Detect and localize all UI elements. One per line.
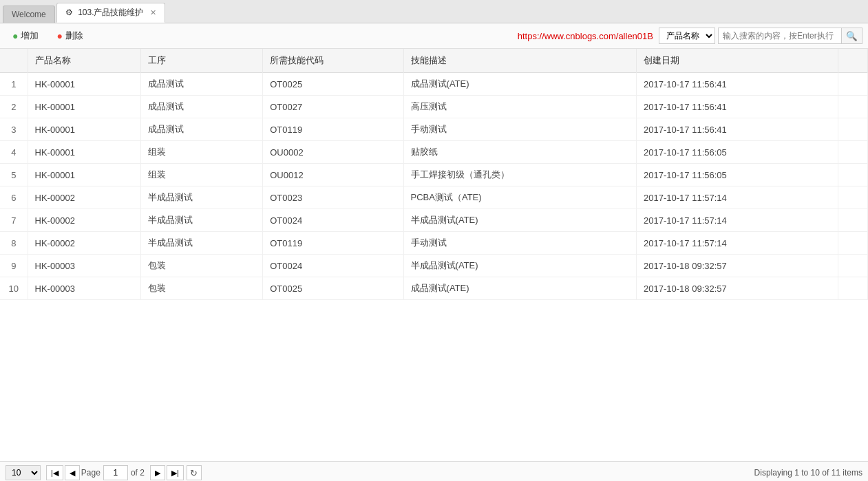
data-table: 产品名称 工序 所需技能代码 技能描述 创建日期 1 HK-00001 成品测试… <box>0 49 868 300</box>
cell-create-date: 2017-10-17 11:56:05 <box>637 164 838 186</box>
cell-num: 9 <box>0 255 28 277</box>
cell-skill-desc: 贴胶纸 <box>403 141 637 164</box>
cell-num: 2 <box>0 96 28 118</box>
search-icon: 🔍 <box>846 31 858 41</box>
cell-num: 6 <box>0 186 28 209</box>
cell-extra <box>838 255 867 277</box>
cell-process: 包装 <box>140 255 263 277</box>
cell-extra <box>838 209 867 232</box>
cell-extra <box>838 186 867 209</box>
table-row[interactable]: 2 HK-00001 成品测试 OT0027 高压测试 2017-10-17 1… <box>0 96 868 118</box>
of-total-label: of 2 <box>131 468 145 478</box>
cell-product: HK-00003 <box>28 277 140 300</box>
cell-create-date: 2017-10-18 09:32:57 <box>637 277 838 300</box>
cell-create-date: 2017-10-17 11:57:14 <box>637 209 838 232</box>
table-row[interactable]: 9 HK-00003 包装 OT0024 半成品测试(ATE) 2017-10-… <box>0 255 868 277</box>
cell-skill-code: OT0119 <box>263 232 403 255</box>
search-input[interactable] <box>718 28 842 44</box>
add-icon: ● <box>12 30 18 41</box>
tab-product-skill[interactable]: ⚙ 103.产品技能维护 ✕ <box>56 3 165 23</box>
refresh-icon: ↻ <box>190 468 198 478</box>
page-size-select[interactable]: 10 20 50 100 <box>6 465 41 480</box>
delete-button[interactable]: ● 删除 <box>50 28 89 44</box>
cell-create-date: 2017-10-17 11:56:41 <box>637 118 838 141</box>
tab-product-skill-icon: ⚙ <box>65 8 73 17</box>
cell-process: 组装 <box>140 141 263 164</box>
cell-product: HK-00001 <box>28 73 140 96</box>
search-area: 产品名称 🔍 <box>659 28 862 44</box>
url-text: https://www.cnblogs.com/allen01B <box>518 31 653 41</box>
col-num <box>0 49 28 73</box>
cell-process: 成品测试 <box>140 73 263 96</box>
data-table-container: 产品名称 工序 所需技能代码 技能描述 创建日期 1 HK-00001 成品测试… <box>0 49 868 461</box>
cell-product: HK-00001 <box>28 118 140 141</box>
cell-extra <box>838 73 867 96</box>
table-row[interactable]: 10 HK-00003 包装 OT0025 成品测试(ATE) 2017-10-… <box>0 277 868 300</box>
cell-create-date: 2017-10-17 11:56:41 <box>637 96 838 118</box>
cell-num: 4 <box>0 141 28 164</box>
cell-skill-desc: 成品测试(ATE) <box>403 277 637 300</box>
col-create-date: 创建日期 <box>637 49 838 73</box>
table-row[interactable]: 5 HK-00001 组装 OU0012 手工焊接初级（通孔类） 2017-10… <box>0 164 868 186</box>
refresh-button[interactable]: ↻ <box>187 465 202 480</box>
cell-num: 1 <box>0 73 28 96</box>
cell-create-date: 2017-10-17 11:56:05 <box>637 141 838 164</box>
table-row[interactable]: 3 HK-00001 成品测试 OT0119 手动测试 2017-10-17 1… <box>0 118 868 141</box>
cell-skill-code: OT0024 <box>263 209 403 232</box>
cell-skill-desc: 手工焊接初级（通孔类） <box>403 164 637 186</box>
cell-skill-code: OT0119 <box>263 118 403 141</box>
table-row[interactable]: 1 HK-00001 成品测试 OT0025 成品测试(ATE) 2017-10… <box>0 73 868 96</box>
prev-page-icon: ◀ <box>70 469 75 478</box>
cell-product: HK-00001 <box>28 164 140 186</box>
cell-skill-code: OT0025 <box>263 277 403 300</box>
next-page-icon: ▶ <box>155 469 160 478</box>
col-product: 产品名称 <box>28 49 140 73</box>
table-row[interactable]: 4 HK-00001 组装 OU0002 贴胶纸 2017-10-17 11:5… <box>0 141 868 164</box>
search-field-select[interactable]: 产品名称 <box>659 28 715 44</box>
cell-skill-code: OU0002 <box>263 141 403 164</box>
add-button[interactable]: ● 增加 <box>6 28 45 44</box>
cell-skill-desc: PCBA测试（ATE) <box>403 186 637 209</box>
delete-icon: ● <box>56 30 62 41</box>
first-page-button[interactable]: |◀ <box>46 465 63 480</box>
cell-product: HK-00003 <box>28 255 140 277</box>
footer-pagination: 10 20 50 100 |◀ ◀ Page of 2 ▶ ▶| ↻ Displ… <box>0 461 868 481</box>
cell-process: 组装 <box>140 164 263 186</box>
last-page-button[interactable]: ▶| <box>167 465 184 480</box>
cell-skill-desc: 半成品测试(ATE) <box>403 255 637 277</box>
next-page-button[interactable]: ▶ <box>150 465 165 480</box>
cell-num: 7 <box>0 209 28 232</box>
tab-welcome[interactable]: Welcome <box>3 6 55 23</box>
table-row[interactable]: 6 HK-00002 半成品测试 OT0023 PCBA测试（ATE) 2017… <box>0 186 868 209</box>
tab-product-skill-label: 103.产品技能维护 <box>78 8 143 17</box>
cell-skill-desc: 成品测试(ATE) <box>403 73 637 96</box>
table-header-row: 产品名称 工序 所需技能代码 技能描述 创建日期 <box>0 49 868 73</box>
prev-page-button[interactable]: ◀ <box>65 465 80 480</box>
cell-skill-desc: 半成品测试(ATE) <box>403 209 637 232</box>
cell-num: 5 <box>0 164 28 186</box>
cell-num: 8 <box>0 232 28 255</box>
cell-create-date: 2017-10-17 11:57:14 <box>637 186 838 209</box>
cell-product: HK-00002 <box>28 232 140 255</box>
cell-skill-code: OU0012 <box>263 164 403 186</box>
cell-extra <box>838 118 867 141</box>
table-row[interactable]: 8 HK-00002 半成品测试 OT0119 手动测试 2017-10-17 … <box>0 232 868 255</box>
cell-product: HK-00002 <box>28 186 140 209</box>
cell-process: 半成品测试 <box>140 209 263 232</box>
tab-close-icon[interactable]: ✕ <box>150 8 156 17</box>
cell-extra <box>838 141 867 164</box>
page-number-input[interactable] <box>103 465 128 480</box>
col-extra <box>838 49 867 73</box>
tab-welcome-label: Welcome <box>12 10 46 19</box>
search-button[interactable]: 🔍 <box>842 28 862 44</box>
cell-create-date: 2017-10-18 09:32:57 <box>637 255 838 277</box>
col-skill-code: 所需技能代码 <box>263 49 403 73</box>
cell-extra <box>838 96 867 118</box>
cell-process: 半成品测试 <box>140 232 263 255</box>
cell-skill-desc: 手动测试 <box>403 118 637 141</box>
main-content: ● 增加 ● 删除 https://www.cnblogs.com/allen0… <box>0 23 868 481</box>
table-row[interactable]: 7 HK-00002 半成品测试 OT0024 半成品测试(ATE) 2017-… <box>0 209 868 232</box>
cell-extra <box>838 164 867 186</box>
cell-process: 半成品测试 <box>140 186 263 209</box>
tab-bar: Welcome ⚙ 103.产品技能维护 ✕ <box>0 0 868 23</box>
